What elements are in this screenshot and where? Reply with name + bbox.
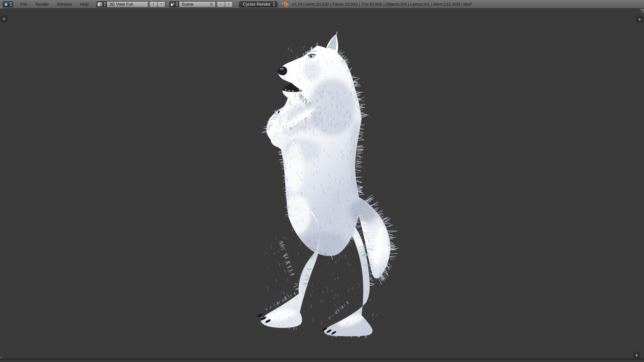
x-icon [160,2,163,6]
top-header: File Render Window Help 3D View Full [0,0,644,9]
menu-render[interactable]: Render [31,0,53,9]
blender-logo-icon [282,1,289,7]
double-arrow-icon [176,2,178,6]
status-stats: v2.74 | Verts:20,530 | Faces:20,542 | Tr… [282,1,472,7]
plus-icon [635,354,638,357]
scene-statistics-text: v2.74 | Verts:20,530 | Faces:20,542 | Tr… [292,2,472,7]
scene-selector: Scene 2 [169,1,233,7]
menu-file[interactable]: File [16,0,31,9]
wolf-model [257,31,399,339]
screen-layout-name-field[interactable]: 3D View Full [107,1,148,7]
double-arrow-icon [10,2,12,6]
screen-layout-browse-button[interactable] [97,1,107,7]
plus-icon [2,17,6,20]
x-icon [227,2,231,6]
editor-type-selector[interactable] [3,1,13,7]
plus-icon [152,2,155,6]
plus-icon [638,18,641,21]
menu-help[interactable]: Help [76,0,93,9]
wolf-render [0,9,644,360]
delete-screen-layout-button[interactable] [157,1,165,7]
scene-name-field[interactable]: Scene 2 [179,1,216,7]
screen-layout-name: 3D View Full [109,2,133,7]
add-scene-button[interactable] [217,1,225,7]
scene-browse-button[interactable] [169,1,179,7]
add-screen-layout-button[interactable] [149,1,157,7]
window-bottom-edge [0,358,644,360]
double-arrow-icon [273,2,275,6]
scene-users-count[interactable]: 2 [210,2,213,6]
info-editor-icon [4,2,8,7]
screen-layout-selector: 3D View Full [97,1,165,7]
menu-window[interactable]: Window [53,0,76,9]
plus-icon [219,2,223,6]
screen-layout-icon [98,2,102,6]
scene-datablock-icon [170,2,175,6]
render-engine-value: Cycles Render [243,2,270,7]
double-arrow-icon [104,2,106,6]
render-engine-select[interactable]: Cycles Render [239,1,277,7]
area-plus-button-bottom-right[interactable] [633,352,640,359]
area-plus-button-top-right[interactable] [636,16,643,23]
scene-name: Scene [181,2,193,7]
delete-scene-button[interactable] [225,1,233,7]
menubar: File Render Window Help [16,0,93,9]
3d-viewport[interactable] [0,9,644,360]
area-plus-button-top-left[interactable] [1,15,7,22]
